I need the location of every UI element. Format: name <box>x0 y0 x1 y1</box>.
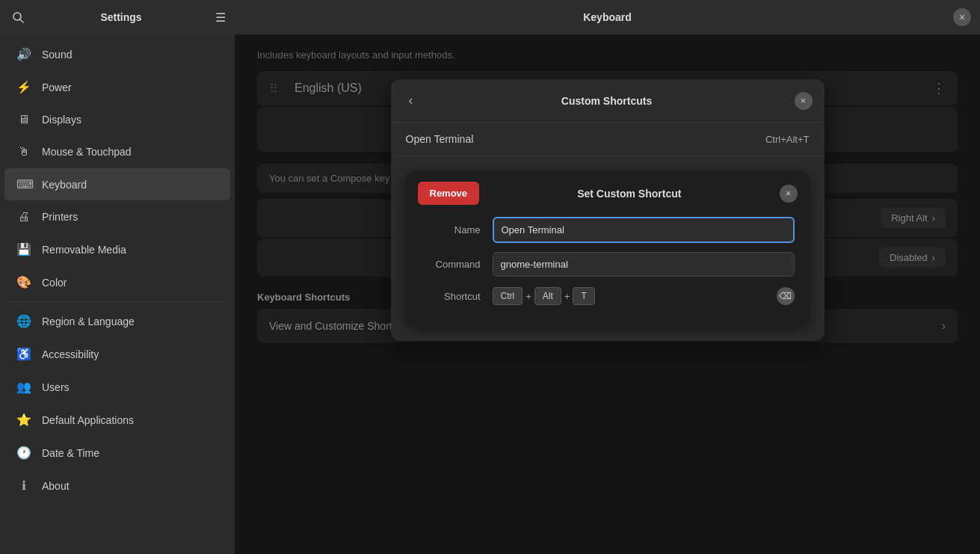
shortcut-label: Shortcut <box>421 291 481 302</box>
keyboard-panel-title: Keyboard <box>583 11 632 23</box>
sidebar-item-color[interactable]: 🎨 Color <box>4 266 230 298</box>
name-label: Name <box>421 224 481 236</box>
set-shortcut-title: Set Custom Shortcut <box>577 188 681 200</box>
set-shortcut-header: Remove Set Custom Shortcut × <box>406 171 810 212</box>
dialog-close-button[interactable]: × <box>795 92 813 110</box>
command-input[interactable] <box>493 252 795 277</box>
sidebar-label-color: Color <box>42 277 67 289</box>
users-icon: 👥 <box>16 380 31 394</box>
keyboard-icon: ⌨ <box>16 177 31 191</box>
default-applications-icon: ⭐ <box>16 413 31 427</box>
sidebar-label-power: Power <box>42 81 72 93</box>
shortcut-keys-display: Ctrl + Alt + T <box>493 287 765 305</box>
date-time-icon: 🕐 <box>16 446 31 460</box>
sidebar-item-region-language[interactable]: 🌐 Region & Language <box>4 305 230 337</box>
name-field: Name <box>406 212 810 247</box>
sidebar-item-users[interactable]: 👥 Users <box>4 371 230 403</box>
accessibility-icon: ♿ <box>16 347 31 361</box>
sidebar-label-sound: Sound <box>42 49 72 61</box>
sidebar-item-displays[interactable]: 🖥 Displays <box>4 104 230 135</box>
sidebar-label-date-time: Date & Time <box>42 447 99 459</box>
main-content: 🔊 Sound ⚡ Power 🖥 Displays 🖱 Mouse & Tou… <box>0 34 980 554</box>
custom-shortcuts-title: Custom Shortcuts <box>419 95 795 107</box>
set-custom-shortcut-modal: Remove Set Custom Shortcut × Name Comman… <box>406 171 810 326</box>
name-input[interactable] <box>493 217 795 243</box>
command-label: Command <box>421 259 481 270</box>
sidebar-label-users: Users <box>42 381 70 393</box>
key-ctrl: Ctrl <box>493 287 523 305</box>
displays-icon: 🖥 <box>16 113 31 126</box>
shortcut-item-name: Open Terminal <box>406 133 474 145</box>
dialog-back-button[interactable]: ‹ <box>403 90 419 111</box>
sidebar: 🔊 Sound ⚡ Power 🖥 Displays 🖱 Mouse & Tou… <box>0 34 235 554</box>
about-icon: ℹ <box>16 478 31 493</box>
sidebar-item-power[interactable]: ⚡ Power <box>4 71 230 103</box>
sidebar-label-accessibility: Accessibility <box>42 348 99 360</box>
overlay-backdrop: ‹ Custom Shortcuts × Open Terminal Ctrl+… <box>235 34 980 554</box>
window-close-button[interactable]: × <box>953 8 971 26</box>
command-field: Command <box>406 247 810 281</box>
sidebar-item-mouse-touchpad[interactable]: 🖱 Mouse & Touchpad <box>4 136 230 167</box>
removable-media-icon: 💾 <box>16 242 31 256</box>
sidebar-label-default-applications: Default Applications <box>42 414 134 426</box>
sidebar-item-keyboard[interactable]: ⌨ Keyboard <box>4 168 230 200</box>
key-t: T <box>573 287 594 305</box>
remove-shortcut-button[interactable]: Remove <box>418 182 480 205</box>
sidebar-item-about[interactable]: ℹ About <box>4 470 230 502</box>
sidebar-item-removable-media[interactable]: 💾 Removable Media <box>4 233 230 265</box>
top-bar-left: Settings ☰ <box>0 8 235 26</box>
color-icon: 🎨 <box>16 275 31 289</box>
sidebar-item-default-applications[interactable]: ⭐ Default Applications <box>4 404 230 436</box>
power-icon: ⚡ <box>16 80 31 94</box>
settings-title: Settings <box>34 11 208 23</box>
search-button[interactable] <box>9 8 27 26</box>
printers-icon: 🖨 <box>16 210 31 224</box>
region-language-icon: 🌐 <box>16 314 31 328</box>
key-alt: Alt <box>534 287 561 305</box>
plus-icon-2: + <box>564 291 570 302</box>
shortcut-list-item[interactable]: Open Terminal Ctrl+Alt+T <box>391 123 825 156</box>
custom-shortcuts-dialog: ‹ Custom Shortcuts × Open Terminal Ctrl+… <box>391 79 825 341</box>
shortcut-field: Shortcut Ctrl + Alt + T ⌫ <box>406 281 810 311</box>
hamburger-button[interactable]: ☰ <box>215 10 226 25</box>
mouse-touchpad-icon: 🖱 <box>16 145 31 158</box>
sidebar-item-sound[interactable]: 🔊 Sound <box>4 38 230 70</box>
sidebar-label-mouse-touchpad: Mouse & Touchpad <box>42 146 132 158</box>
svg-line-1 <box>20 19 23 22</box>
sound-icon: 🔊 <box>16 47 31 61</box>
sidebar-label-removable-media: Removable Media <box>42 244 126 256</box>
sidebar-label-keyboard: Keyboard <box>42 179 87 191</box>
sidebar-label-region-language: Region & Language <box>42 316 135 327</box>
set-shortcut-close-button[interactable]: × <box>780 185 798 203</box>
sidebar-label-about: About <box>42 480 70 492</box>
sidebar-item-date-time[interactable]: 🕐 Date & Time <box>4 437 230 469</box>
sidebar-label-printers: Printers <box>42 211 78 223</box>
plus-icon-1: + <box>526 291 531 302</box>
sidebar-item-accessibility[interactable]: ♿ Accessibility <box>4 338 230 370</box>
top-bar-right: Keyboard × <box>235 11 980 23</box>
right-panel: Includes keyboard layouts and input meth… <box>235 34 980 554</box>
dialog-header: ‹ Custom Shortcuts × <box>391 79 825 123</box>
top-bar: Settings ☰ Keyboard × <box>0 0 980 34</box>
sidebar-label-displays: Displays <box>42 114 81 126</box>
sidebar-divider <box>9 301 226 302</box>
shortcut-item-keys: Ctrl+Alt+T <box>765 134 810 145</box>
clear-shortcut-button[interactable]: ⌫ <box>777 287 795 305</box>
sidebar-item-printers[interactable]: 🖨 Printers <box>4 201 230 233</box>
